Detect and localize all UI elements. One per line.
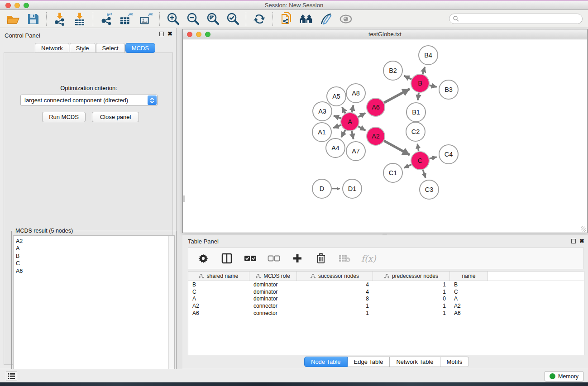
column-header-mcds-role[interactable]: MCDS role	[249, 272, 297, 281]
table-cell[interactable]: dominator	[249, 281, 297, 288]
select-all-icon[interactable]	[244, 252, 257, 265]
column-layout-icon[interactable]	[220, 252, 234, 265]
table-row[interactable]: Bdominator41B	[188, 281, 584, 288]
graph-edge-B-B2[interactable]	[404, 76, 411, 79]
memory-button[interactable]: Memory	[545, 371, 583, 381]
tab-select[interactable]: Select	[96, 43, 125, 53]
tab-node-table[interactable]: Node Table	[304, 357, 348, 367]
graph-node-B4[interactable]: B4	[419, 46, 438, 65]
graph-node-C[interactable]: C	[411, 152, 429, 170]
table-cell[interactable]: dominator	[249, 289, 297, 295]
float-panel-icon[interactable]	[159, 32, 164, 36]
graph-node-A4[interactable]: A4	[326, 138, 345, 157]
graph-edge-B-B4[interactable]	[423, 67, 425, 74]
graph-node-C4[interactable]: C4	[439, 145, 458, 164]
table-cell[interactable]: A	[188, 295, 249, 302]
graph-node-A1[interactable]: A1	[312, 123, 331, 142]
graph-edge-B-B3[interactable]	[429, 86, 436, 87]
table-row[interactable]: Cdominator41C	[188, 288, 584, 295]
graph-node-A2[interactable]: A2	[367, 127, 385, 145]
graph-edge-C-C1[interactable]	[404, 165, 411, 168]
run-mcds-button[interactable]: Run MCDS	[42, 112, 86, 122]
table-cell[interactable]: 1	[297, 303, 373, 309]
table-cell[interactable]: 1	[373, 281, 450, 288]
column-header-name[interactable]: name	[450, 272, 488, 281]
graph-edge-A-A1[interactable]	[333, 125, 341, 128]
table-cell[interactable]: connector	[249, 303, 297, 309]
mcds-list-scrollbar[interactable]	[168, 236, 174, 383]
window-resize-grip[interactable]	[581, 226, 586, 232]
hide-annotations-icon[interactable]	[319, 12, 333, 26]
graph-node-B1[interactable]: B1	[406, 103, 425, 122]
graph-edge-A-A6[interactable]	[358, 113, 365, 117]
refresh-icon[interactable]	[253, 12, 266, 26]
table-cell[interactable]: A2	[450, 303, 488, 309]
tab-style[interactable]: Style	[70, 43, 96, 53]
table-cell[interactable]: A2	[188, 303, 249, 309]
table-cell[interactable]: A6	[188, 310, 249, 316]
export-network-icon[interactable]	[100, 12, 113, 26]
table-cell[interactable]: connector	[249, 310, 297, 316]
mcds-result-item[interactable]: A6	[14, 267, 174, 275]
graph-edge-A-A8[interactable]	[352, 105, 353, 112]
close-panel-icon[interactable]: ✖	[167, 32, 172, 36]
criterion-dropdown[interactable]: largest connected component (directed)	[20, 95, 158, 106]
close-panel-button[interactable]: Close panel	[92, 112, 139, 122]
graph-node-A[interactable]: A	[341, 113, 359, 131]
mcds-result-list[interactable]: A2ABCA6	[13, 235, 175, 384]
table-cell[interactable]: 4	[297, 289, 373, 295]
tab-edge-table[interactable]: Edge Table	[348, 357, 390, 367]
graph-node-B2[interactable]: B2	[383, 61, 402, 80]
node-table[interactable]: shared name MCDS role successor nodes pr…	[188, 271, 584, 355]
graph-edge-A-A4[interactable]	[341, 130, 345, 137]
graph-node-A5[interactable]: A5	[327, 87, 346, 106]
graph-edge-C-C4[interactable]	[429, 157, 436, 159]
graph-node-A3[interactable]: A3	[313, 102, 332, 121]
graph-node-C1[interactable]: C1	[383, 163, 402, 182]
search-input[interactable]	[449, 14, 583, 24]
graph-edge-B-B1[interactable]	[418, 93, 419, 100]
table-cell[interactable]: B	[450, 281, 488, 288]
mcds-result-item[interactable]: A	[14, 245, 174, 252]
table-cell[interactable]: 1	[373, 310, 450, 316]
show-graphics-icon[interactable]	[339, 12, 353, 26]
column-header-successor-nodes[interactable]: successor nodes	[297, 272, 373, 281]
save-session-icon[interactable]	[26, 12, 40, 26]
clone-network-icon[interactable]	[279, 12, 293, 26]
graph-edge-A-A7[interactable]	[352, 131, 354, 139]
open-file-icon[interactable]	[6, 12, 20, 26]
table-cell[interactable]: 4	[297, 281, 373, 288]
table-row[interactable]: A2connector11A2	[188, 302, 584, 310]
table-cell[interactable]: C	[450, 289, 488, 295]
tab-mcds[interactable]: MCDS	[125, 43, 155, 53]
import-network-icon[interactable]	[53, 12, 67, 26]
graph-node-A6[interactable]: A6	[367, 98, 385, 116]
zoom-in-icon[interactable]	[166, 12, 180, 26]
table-cell[interactable]: 1	[297, 310, 373, 316]
graph-edge-A-A3[interactable]	[334, 116, 341, 119]
table-row[interactable]: A6connector11A6	[188, 310, 584, 317]
table-cell[interactable]: A	[450, 295, 488, 302]
graph-node-B3[interactable]: B3	[439, 80, 458, 99]
mcds-result-item[interactable]: C	[14, 260, 174, 267]
float-table-panel-icon[interactable]	[571, 239, 576, 243]
tab-network[interactable]: Network	[35, 43, 69, 53]
import-table-icon[interactable]	[73, 12, 86, 26]
table-cell[interactable]: 1	[373, 289, 450, 295]
table-cell[interactable]: 0	[373, 295, 450, 302]
network-canvas[interactable]: B4B2BB3A8A5A6A3B1AC2A1A2A4A7C4CC1DD1C3	[183, 39, 587, 233]
table-cell[interactable]: A6	[450, 310, 488, 316]
column-header-predecessor-nodes[interactable]: predecessor nodes	[373, 272, 450, 281]
column-header-shared-name[interactable]: shared name	[188, 272, 249, 281]
table-cell[interactable]: B	[188, 281, 249, 288]
table-cell[interactable]: 8	[297, 295, 373, 302]
graph-edge-C-C3[interactable]	[423, 170, 425, 178]
close-table-panel-icon[interactable]: ✖	[579, 239, 584, 243]
export-image-icon[interactable]	[139, 12, 153, 26]
graph-edge-A2-C[interactable]	[384, 141, 410, 155]
task-history-button[interactable]	[6, 372, 17, 381]
graph-node-D[interactable]: D	[312, 179, 331, 198]
zoom-out-icon[interactable]	[186, 12, 200, 26]
graph-edge-A-A5[interactable]	[342, 107, 345, 114]
first-neighbors-icon[interactable]	[299, 12, 313, 26]
